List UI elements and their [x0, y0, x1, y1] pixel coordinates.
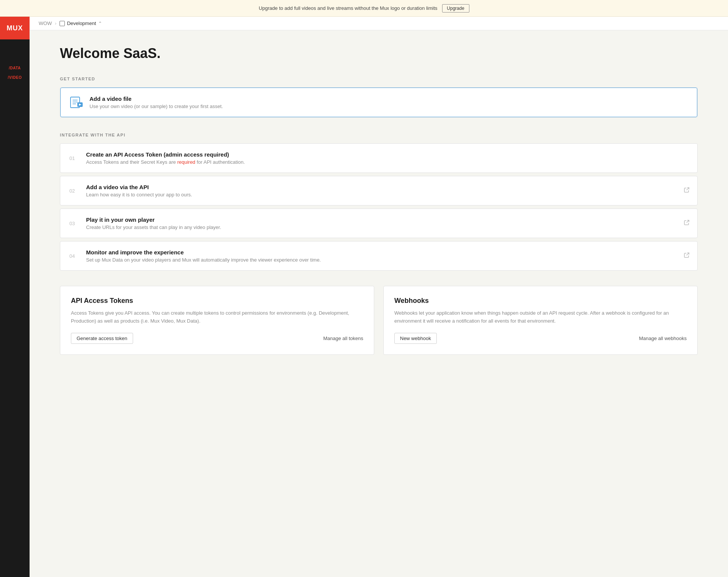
add-video-file-text: Add a video file Use your own video (or …	[89, 96, 223, 109]
breadcrumb-env-selector[interactable]: Development ⌃	[60, 20, 102, 26]
add-video-file-description: Use your own video (or our sample) to cr…	[89, 103, 223, 109]
logo-text: MUX	[7, 24, 23, 32]
generate-access-token-button[interactable]: Generate access token	[71, 333, 133, 344]
sidebar-item-players[interactable]	[0, 121, 30, 140]
breadcrumb-current: Development	[67, 20, 96, 26]
webhooks-card: Webhooks Webhooks let your application k…	[383, 286, 698, 355]
step-card-1[interactable]: 01 Create an API Access Token (admin acc…	[60, 143, 698, 173]
main-content: Welcome SaaS. GET STARTED Add a video f	[30, 30, 728, 577]
step-card-4[interactable]: 04 Monitor and improve the experience Se…	[60, 241, 698, 271]
breadcrumb-separator: ›	[55, 21, 56, 26]
step-content-3: Play it in your own player Create URLs f…	[86, 216, 221, 230]
sidebar-data-label[interactable]: /DATA	[0, 62, 30, 72]
content-area: WOW › Development ⌃ Welcome SaaS. GET ST…	[30, 17, 728, 577]
step-description-1: Access Tokens and their Secret Keys are …	[86, 159, 245, 165]
sidebar-navigation: /DATA /VIDEO	[0, 39, 30, 530]
step-content-4: Monitor and improve the experience Set u…	[86, 249, 321, 263]
api-tokens-actions: Generate access token Manage all tokens	[71, 333, 363, 344]
sidebar-item-home[interactable]	[0, 42, 30, 62]
upgrade-banner: Upgrade to add full videos and live stre…	[0, 0, 728, 17]
sidebar-bottom	[0, 530, 30, 577]
step-description-2: Learn how easy it is to connect your app…	[86, 192, 192, 198]
step-title-2: Add a video via the API	[86, 184, 192, 190]
app-layout: MUX /DATA /VIDEO	[0, 17, 728, 577]
api-tokens-card: API Access Tokens Access Tokens give you…	[60, 286, 374, 355]
external-link-icon-3	[684, 220, 690, 227]
step-card-3[interactable]: 03 Play it in your own player Create URL…	[60, 209, 698, 238]
breadcrumb-chevron-icon: ⌃	[98, 21, 102, 26]
add-video-file-title: Add a video file	[89, 96, 223, 102]
sidebar: MUX /DATA /VIDEO	[0, 17, 30, 577]
step-number-1: 01	[69, 155, 78, 161]
sidebar-item-settings[interactable]	[0, 551, 30, 571]
step-content-1: Create an API Access Token (admin access…	[86, 151, 245, 165]
banner-text: Upgrade to add full videos and live stre…	[259, 5, 437, 11]
external-link-icon-4	[684, 252, 690, 260]
step-number-3: 03	[69, 221, 78, 226]
breadcrumb-parent[interactable]: WOW	[39, 20, 52, 26]
sidebar-item-integrations[interactable]	[0, 530, 30, 550]
upgrade-button[interactable]: Upgrade	[442, 4, 469, 13]
api-tokens-title: API Access Tokens	[71, 297, 363, 305]
get-started-section-label: GET STARTED	[60, 77, 698, 81]
webhooks-title: Webhooks	[394, 297, 687, 305]
integrate-section: INTEGRATE WITH THE API 01 Create an API …	[60, 133, 698, 271]
video-file-icon	[70, 96, 83, 109]
breadcrumb: WOW › Development ⌃	[30, 17, 728, 30]
external-link-icon-2	[684, 187, 690, 194]
webhooks-description: Webhooks let your application know when …	[394, 309, 687, 325]
sidebar-item-assets[interactable]	[0, 81, 30, 101]
required-link[interactable]: required	[177, 159, 195, 165]
new-webhook-button[interactable]: New webhook	[394, 333, 437, 344]
step-description-3: Create URLs for your assets that can pla…	[86, 224, 221, 230]
sidebar-item-live[interactable]	[0, 101, 30, 121]
manage-all-webhooks-link[interactable]: Manage all webhooks	[639, 336, 687, 341]
sidebar-logo[interactable]: MUX	[0, 17, 30, 39]
bottom-cards: API Access Tokens Access Tokens give you…	[60, 286, 698, 355]
step-card-2[interactable]: 02 Add a video via the API Learn how eas…	[60, 176, 698, 205]
get-started-section: Add a video file Use your own video (or …	[60, 87, 698, 118]
step-title-3: Play it in your own player	[86, 216, 221, 223]
add-video-file-card[interactable]: Add a video file Use your own video (or …	[60, 88, 697, 117]
manage-all-tokens-link[interactable]: Manage all tokens	[323, 336, 363, 341]
integrate-section-label: INTEGRATE WITH THE API	[60, 133, 698, 137]
page-title: Welcome SaaS.	[60, 45, 698, 61]
step-content-2: Add a video via the API Learn how easy i…	[86, 184, 192, 198]
step-number-2: 02	[69, 188, 78, 194]
webhooks-actions: New webhook Manage all webhooks	[394, 333, 687, 344]
step-title-4: Monitor and improve the experience	[86, 249, 321, 256]
step-number-4: 04	[69, 253, 78, 259]
environment-icon	[60, 21, 65, 26]
step-description-4: Set up Mux Data on your video players an…	[86, 257, 321, 263]
step-title-1: Create an API Access Token (admin access…	[86, 151, 245, 158]
api-tokens-description: Access Tokens give you API access. You c…	[71, 309, 363, 325]
sidebar-video-label[interactable]: /VIDEO	[0, 72, 30, 81]
